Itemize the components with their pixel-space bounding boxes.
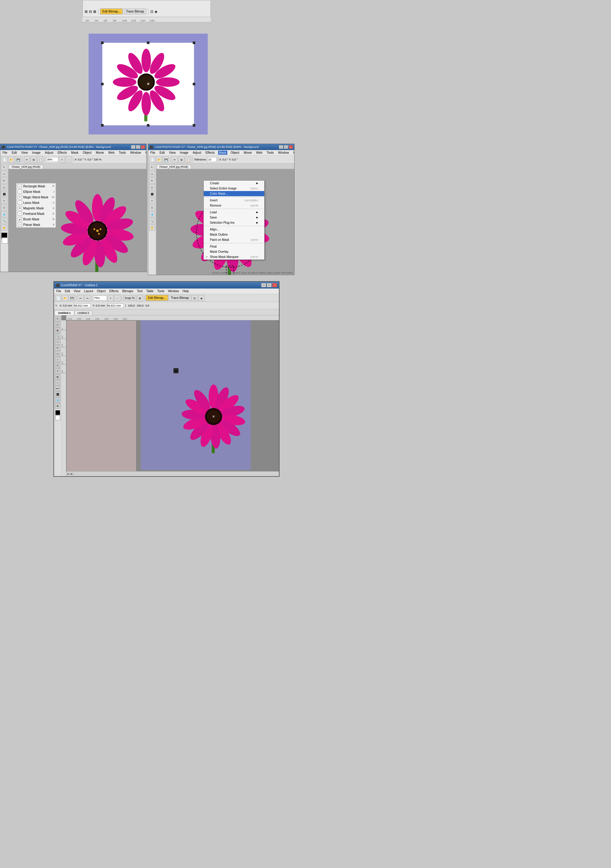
r-paint-tool[interactable]: ✏ [149, 178, 155, 184]
r-menu-effects[interactable]: Effects [204, 151, 215, 155]
r-eyedropper[interactable]: 💧 [149, 211, 155, 217]
r-eraser-tool[interactable]: ◻ [149, 184, 155, 191]
selection-handle-tl[interactable] [101, 42, 104, 44]
r-new-btn[interactable]: 📄 [149, 157, 156, 163]
planar-mask-item[interactable]: ⬡ Planar Mask 8 [17, 222, 56, 227]
r-menu-web[interactable]: Web [255, 151, 263, 155]
bg-color[interactable] [2, 237, 8, 243]
cd-polygon-tool[interactable]: ⬡ [55, 363, 60, 368]
selection-handle-ml[interactable] [101, 83, 104, 85]
zoom-in-btn[interactable]: + [59, 157, 65, 163]
cd-connector-tool[interactable]: ⟵ [55, 386, 60, 391]
menu-help[interactable]: Help [144, 151, 147, 155]
save-btn[interactable]: 💾 [15, 157, 21, 163]
zoom-input[interactable] [46, 157, 58, 162]
fill-tool[interactable]: ⬛ [1, 191, 7, 197]
cd-text-tool[interactable]: T [55, 368, 60, 374]
magnetic-mask-item[interactable]: ⊕ Magnetic Mask 4 [17, 205, 56, 211]
cd-ellipse-tool[interactable]: ○ [55, 356, 60, 362]
brush-mask-item[interactable]: 🖌 Brush Mask B [17, 216, 56, 222]
r-select-tool[interactable]: ↖ [149, 164, 155, 170]
cd-table-tool[interactable]: ⊞ [55, 374, 60, 380]
menu-tools[interactable]: Tools [118, 151, 127, 155]
dd-remove[interactable]: Remove Ctrl+R [204, 203, 264, 208]
cd-minimize-btn[interactable]: ─ [261, 283, 266, 287]
rectangle-mask-item[interactable]: ▭ Rectangle Mask R [17, 183, 56, 189]
close-btn-r[interactable]: ✕ [289, 145, 293, 149]
r-copy-btn[interactable]: ⧉ [178, 157, 184, 163]
dd-create[interactable]: Create ▶ [204, 181, 264, 186]
eraser-tool[interactable]: ◻ [1, 184, 7, 191]
r-menu-view[interactable]: View [168, 151, 176, 155]
r-shape-tool[interactable]: ⬡ [149, 205, 155, 211]
open-btn[interactable]: 📂 [8, 157, 14, 163]
cd-menu-effects[interactable]: Effects [108, 289, 119, 293]
new-btn[interactable]: 📄 [2, 157, 8, 163]
r-menu-adjust[interactable]: Adjust [192, 151, 202, 155]
r-paste-btn[interactable]: 📋 [185, 157, 191, 163]
cd-canvas[interactable]: 100 150 200 250 300 350 400 50 100 150 2… [62, 315, 279, 476]
dd-save[interactable]: Save ▶ [204, 215, 264, 220]
cd-zoom-in-btn[interactable]: + [108, 295, 114, 301]
cd-menu-edit[interactable]: Edit [64, 289, 71, 293]
r-pan-tool[interactable]: ✋ [149, 225, 155, 231]
r-fill-tool[interactable]: ⬛ [149, 191, 155, 197]
left-image-tab[interactable]: Flower_HDR.jpg (RGB) [9, 165, 43, 169]
cd-tab-2[interactable]: Untitled-2 [74, 310, 93, 315]
cd-handle-bm[interactable] [176, 368, 178, 371]
cd-interactive-tool[interactable]: ⊕ [55, 403, 60, 409]
dd-show-mask-marquee[interactable]: Show Mask Marquee Ctrl+H [204, 254, 264, 259]
dd-invert[interactable]: Invert Ctrl+Shift+I [204, 198, 264, 203]
r-menu-edit[interactable]: Edit [159, 151, 166, 155]
cd-menu-file[interactable]: File [55, 289, 62, 293]
cd-handle-br[interactable] [173, 368, 176, 371]
r-menu-file[interactable]: File [149, 151, 156, 155]
cd-menu-table[interactable]: Table [145, 289, 155, 293]
cd-handle-mr[interactable] [173, 371, 176, 373]
copy-btn[interactable]: ⧉ [31, 157, 37, 163]
cd-menu-window[interactable]: Window [167, 289, 180, 293]
right-canvas-area[interactable]: Flower_HDR.jpg (RGB) Create ▶ Select Ent… [156, 164, 294, 275]
r-menu-image[interactable]: Image [179, 151, 189, 155]
r-menu-help[interactable]: Help [292, 151, 294, 155]
r-menu-object[interactable]: Object [230, 151, 240, 155]
cd-fill-color[interactable] [55, 415, 60, 420]
cd-menu-text[interactable]: Text [136, 289, 143, 293]
r-menu-movie[interactable]: Movie [243, 151, 253, 155]
cd-edit-bitmap-btn[interactable]: Edit Bitmap... [146, 295, 168, 301]
dd-paint-on-mask[interactable]: Paint on Mask Ctrl+K [204, 237, 264, 242]
selection-handle-tm[interactable] [147, 42, 149, 44]
cd-fill-tool[interactable]: ⬛ [55, 392, 60, 397]
text-tool[interactable]: T [1, 198, 7, 204]
dd-mask-overlay[interactable]: Mask Overlay [204, 249, 264, 254]
cd-new-btn[interactable]: 📄 [55, 295, 62, 301]
dd-selection-plugins[interactable]: Selection Plug-Ins ▶ [204, 220, 264, 225]
freehand-mask-item[interactable]: 〰 Freehand Mask K [17, 211, 56, 216]
r-mask-tool[interactable]: ▭ [149, 171, 155, 177]
menu-object[interactable]: Object [82, 151, 93, 155]
r-cut-btn[interactable]: ✂ [172, 157, 178, 163]
cd-eyedropper[interactable]: 💧 [55, 397, 60, 403]
cd-w-input[interactable] [74, 304, 91, 308]
r-open-btn[interactable]: 📂 [156, 157, 162, 163]
r-save-btn[interactable]: 💾 [163, 157, 169, 163]
cd-menu-layout[interactable]: Layout [83, 289, 94, 293]
right-image-tab[interactable]: Flower_HDR.jpg (RGB) [157, 165, 191, 169]
r-text-tool[interactable]: T [149, 198, 155, 204]
trace-bitmap-button[interactable]: Trace Bitmap [124, 9, 146, 14]
edit-bitmap-button[interactable]: Edit Bitmap... [100, 9, 122, 14]
menu-window[interactable]: Window [129, 151, 142, 155]
pan-tool[interactable]: ✋ [1, 225, 7, 231]
r-zoom-tool[interactable]: 🔍 [149, 218, 155, 224]
selection-handle-br[interactable] [193, 124, 195, 127]
close-button[interactable]: ✕ [141, 145, 145, 149]
cd-menu-tools[interactable]: Tools [156, 289, 165, 293]
cd-menu-view[interactable]: View [73, 289, 81, 293]
cd-redo-btn[interactable]: ↪ [84, 295, 90, 301]
menu-edit[interactable]: Edit [11, 151, 18, 155]
menu-view[interactable]: View [20, 151, 29, 155]
selection-handle-bm[interactable] [147, 124, 149, 127]
cd-undo-btn[interactable]: ↩ [77, 295, 84, 301]
dd-load[interactable]: Load ▶ [204, 210, 264, 215]
selection-handle-mr[interactable] [193, 83, 195, 85]
